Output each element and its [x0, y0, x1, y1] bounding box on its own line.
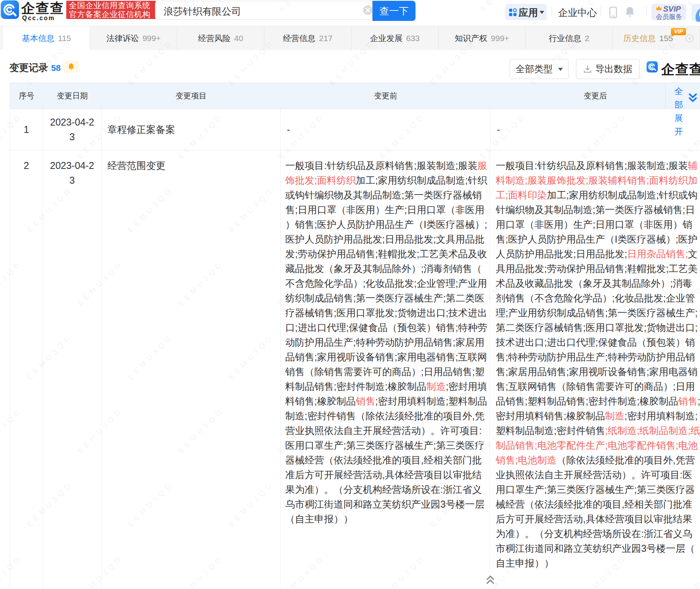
search-value: 浪莎针织有限公司: [164, 5, 241, 18]
table-row: 1 2023-04-23 章程修正案备案 - -: [10, 109, 700, 150]
divider: [646, 6, 647, 16]
apps-caret-icon: [540, 11, 544, 16]
search-button[interactable]: 查一下: [372, 1, 416, 21]
slogan-badge: 全国企业信用查询系统 官方备案企业征信机构: [66, 1, 156, 19]
notification-bell-icon[interactable]: [625, 6, 635, 17]
mobile-app-icon[interactable]: [609, 7, 617, 18]
tab-知识产权[interactable]: 知识产权999+: [439, 26, 526, 50]
svip-member-button[interactable]: SVIP 会员服务: [652, 4, 686, 20]
tab-label: 知识产权: [455, 33, 487, 44]
tab-企业发展[interactable]: 企业发展633: [352, 26, 439, 50]
table-header-row: 序号 变更日期 变更项目 变更前 变更后: [10, 83, 700, 109]
slogan-line2: 官方备案企业征信机构: [69, 10, 156, 19]
table-row: 2 2023-04-23 经营范围变更 一般项目:针纺织品及原料销售;服装制造;…: [10, 150, 700, 587]
crown-icon: [655, 5, 662, 11]
cell-before: 一般项目:针纺织品及原料销售;服装制造;服装服饰批发;面料纺织加工;家用纺织制成…: [281, 150, 490, 572]
cell-no: 2: [10, 150, 43, 587]
cell-date: 2023-04-23: [43, 109, 102, 150]
monitor-bell-badge[interactable]: [63, 61, 79, 73]
apps-button[interactable]: 应用: [505, 4, 547, 20]
clear-icon[interactable]: [363, 5, 372, 15]
tab-label: 经营信息: [283, 33, 316, 44]
tab-label: 法律诉讼: [106, 33, 139, 44]
tab-label: 经营风险: [198, 33, 231, 44]
tab-label: 企业发展: [370, 33, 403, 44]
export-data-button[interactable]: 导出数据: [576, 59, 640, 79]
tab-count: 2: [585, 34, 590, 43]
info-icon[interactable]: i: [686, 34, 693, 42]
user-avatar[interactable]: [691, 4, 700, 22]
tab-行业信息[interactable]: 行业信息2: [526, 26, 613, 50]
tab-经营风险[interactable]: 经营风险40: [177, 26, 264, 50]
col-header-before: 变更前: [281, 91, 491, 101]
tab-count: 155: [659, 34, 673, 43]
tab-label: 历史信息: [623, 33, 656, 44]
qcc-watermark-brand: 企查查: [661, 60, 700, 79]
tab-法律诉讼[interactable]: 法律诉讼999+: [90, 26, 178, 50]
top-header: 企查查 Qcc.com 全国企业信用查询系统 官方备案企业征信机构 浪莎针织有限…: [0, 0, 700, 26]
tab-label: 基本信息: [22, 33, 55, 44]
page: 企查查 Qcc.com 全国企业信用查询系统 官方备案企业征信机构 浪莎针织有限…: [0, 0, 700, 589]
section-count: 58: [51, 63, 60, 73]
col-header-date: 变更日期: [43, 91, 102, 101]
section-title-text: 变更记录: [9, 62, 48, 73]
divider: [665, 83, 666, 108]
search-input[interactable]: 浪莎针织有限公司: [155, 1, 372, 20]
caret-down-icon: [558, 68, 563, 73]
slogan-line1: 全国企业信用查询系统: [69, 1, 156, 10]
section-title: 变更记录58: [9, 61, 60, 74]
tab-label: 行业信息: [549, 33, 581, 44]
expand-all-button[interactable]: 全部展开: [674, 85, 683, 138]
change-records-table: 序号 变更日期 变更项目 变更前 变更后 1 2023-04-23 章程修正案备…: [10, 83, 700, 587]
cell-item: 经营范围变更: [102, 150, 281, 587]
expand-all-chevron-icon[interactable]: [688, 93, 697, 103]
qcc-logo-icon[interactable]: [1, 0, 19, 19]
col-header-after: 变更后: [491, 91, 700, 101]
type-filter-button[interactable]: 全部类型: [510, 59, 569, 79]
apps-grid-icon: [509, 9, 517, 16]
apps-label: 应用: [519, 6, 538, 19]
cell-item: 章程修正案备案: [102, 109, 281, 150]
divider: [552, 6, 552, 16]
tab-count: 217: [319, 34, 333, 43]
tab-count: 999+: [142, 34, 160, 43]
tab-经营信息[interactable]: 经营信息217: [264, 26, 352, 50]
col-header-no: 序号: [10, 91, 43, 101]
tab-count: 999+: [491, 34, 509, 43]
collapse-chevron-icon[interactable]: [486, 574, 495, 585]
tab-基本信息[interactable]: 基本信息115: [3, 26, 90, 50]
cell-after: 一般项目:针纺织品及原料销售;服装制造;服装辅料制造;服装服饰批发;服装辅料销售…: [490, 150, 700, 572]
col-header-item: 变更项目: [102, 91, 281, 101]
download-icon: [583, 65, 592, 73]
cell-no: 1: [10, 109, 43, 150]
cell-date: 2023-04-23: [43, 150, 102, 587]
brand-name[interactable]: 企查查: [21, 1, 64, 15]
tab-count: 115: [58, 34, 71, 43]
divider: [600, 6, 601, 16]
cell-before: -: [281, 109, 491, 150]
svip-subtitle: 会员服务: [656, 12, 682, 21]
qcc-mini-logo-icon: [647, 61, 658, 72]
tab-bar: 基本信息115法律诉讼999+经营风险40经营信息217企业发展633知识产权9…: [0, 26, 700, 50]
tab-count: 633: [406, 34, 420, 43]
tab-count: 40: [234, 34, 243, 43]
tab-历史信息[interactable]: 历史信息155VIPi: [613, 26, 700, 50]
cell-detail: 一般项目:针纺织品及原料销售;服装制造;服装服饰批发;面料纺织加工;家用纺织制成…: [281, 150, 700, 587]
vip-badge: VIP: [671, 28, 686, 35]
collapse-bar: [281, 572, 700, 587]
cell-after: -: [491, 109, 700, 150]
brand-domain: Qcc.com: [22, 15, 55, 22]
enterprise-center-link[interactable]: 企业中心: [558, 6, 597, 19]
